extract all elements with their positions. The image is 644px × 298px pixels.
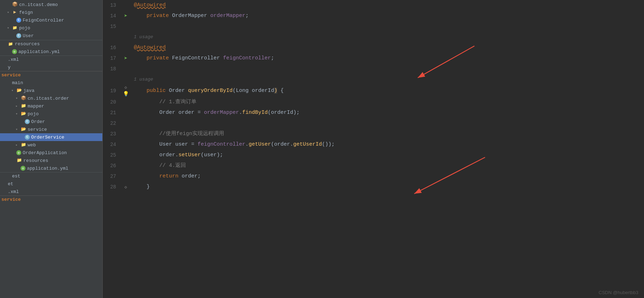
sidebar-item-xml2[interactable]: .xml — [0, 188, 102, 195]
line-gutter: ◇ — [120, 185, 131, 190]
sidebar-item-web[interactable]: 📁 web — [0, 141, 102, 149]
sidebar-item-service-label: service — [0, 71, 102, 79]
line-gutter: ➤ — [120, 12, 131, 19]
line-code: Order order = orderMapper.findById(order… — [131, 107, 644, 118]
sidebar-item-label: feign — [19, 10, 33, 15]
sidebar-item-label: main — [12, 80, 23, 86]
spring-icon: ⚙ — [21, 166, 25, 171]
line-code: } — [131, 182, 644, 192]
code-line-17: 17 ➤ private FeignController feignContro… — [103, 53, 644, 64]
line-number: 16 — [103, 42, 120, 53]
arrow-icon — [16, 104, 21, 108]
sidebar-item-orderservice[interactable]: C OrderService — [0, 133, 102, 141]
sidebar-item-label: application.yml — [27, 166, 68, 171]
gutter-arrow-icon: ➤ — [124, 55, 127, 62]
sidebar-item-resources2[interactable]: 📁 resources — [0, 157, 102, 164]
sidebar-item-label: resources — [15, 41, 40, 47]
code-line-26: 26 // 4.返回 — [103, 160, 644, 171]
sidebar-item-label: pojo — [19, 25, 30, 31]
sidebar-item-main[interactable]: main — [0, 79, 102, 87]
folder-icon: 📁 — [21, 142, 26, 148]
code-line-15: 15 — [103, 21, 644, 32]
line-code — [131, 64, 644, 74]
code-line-21: 21 Order order = orderMapper.findById(or… — [103, 107, 644, 118]
code-line-28: 28 ◇ } — [103, 182, 644, 192]
sidebar-item-label: .xml — [8, 189, 19, 194]
line-code — [131, 118, 644, 129]
line-code: public Order queryOrderById(Long orderId… — [131, 86, 644, 96]
code-line-13: 13 @Autowired — [103, 0, 644, 11]
usage-hint-1: 1 usage — [103, 32, 644, 42]
sidebar-item-cn-itcast-demo[interactable]: 📦 cn.itcast.demo — [0, 1, 102, 8]
package-icon: 📦 — [21, 95, 26, 101]
spring-icon: ⚙ — [12, 49, 17, 54]
sidebar-item-cn-itcast-order[interactable]: 📦 cn.itcast.order — [0, 94, 102, 102]
line-number: 14 — [103, 11, 120, 21]
folder-icon: 📁 — [16, 158, 22, 163]
arrow-icon — [7, 26, 12, 30]
sidebar-item-service2[interactable]: 📂 service — [0, 125, 102, 133]
sidebar-item-order[interactable]: C Order — [0, 118, 102, 125]
bookmark-icon: ◇ — [124, 85, 127, 90]
folder-icon: 📁 — [12, 25, 18, 31]
sidebar-item-label: est — [12, 174, 20, 179]
sidebar-item-feigncontroller[interactable]: C FeignController — [0, 16, 102, 24]
spring-icon: ⚙ — [16, 150, 21, 155]
sidebar-item-application-yml2[interactable]: ⚙ application.yml — [0, 164, 102, 172]
sidebar-item-est[interactable]: est — [0, 172, 102, 180]
line-number: 13 — [103, 0, 120, 11]
sidebar-item-label: mapper — [28, 104, 44, 109]
line-number: 26 — [103, 160, 120, 171]
sidebar-item-feign[interactable]: ▶ feign — [0, 8, 102, 16]
arrow-icon — [7, 10, 12, 14]
line-code: private OrderMapper orderMapper; — [131, 11, 644, 21]
code-line-25: 25 order.setUser(user); — [103, 150, 644, 160]
line-gutter: ◇ 💡 — [120, 85, 131, 97]
sidebar-item-pojo[interactable]: 📁 pojo — [0, 24, 102, 32]
sidebar-item-et2[interactable]: et — [0, 180, 102, 188]
sidebar-item-application-yml1[interactable]: ⚙ application.yml — [0, 48, 102, 55]
class-icon: C — [16, 33, 21, 38]
code-line-20: 20 // 1.查询订单 — [103, 97, 644, 107]
gutter-arrow-icon: ➤ — [124, 12, 127, 19]
sidebar-item-label: OrderService — [31, 135, 64, 140]
arrow-icon — [16, 96, 21, 100]
arrow-icon — [11, 88, 16, 93]
arrow-icon — [16, 112, 21, 116]
code-line-22: 22 — [103, 118, 644, 129]
line-code: // 4.返回 — [131, 160, 644, 171]
line-code: private FeignController feignController; — [131, 53, 644, 64]
arrow-icon — [16, 143, 21, 147]
warning-icon: 💡 — [123, 91, 129, 97]
sidebar-item-orderapplication[interactable]: ⚙ OrderApplication — [0, 149, 102, 157]
line-number: 23 — [103, 129, 120, 139]
usage-text: 1 usage — [131, 32, 644, 42]
class-icon: C — [25, 119, 30, 124]
line-number: 24 — [103, 139, 120, 150]
folder-icon: 📁 — [8, 41, 13, 47]
usage-text: 1 usage — [131, 74, 644, 85]
line-code: order.setUser(user); — [131, 150, 644, 160]
sidebar-item-pojo2[interactable]: 📂 pojo — [0, 110, 102, 118]
sidebar-item-y1[interactable]: y — [0, 63, 102, 71]
line-code: User user = feignController.getUser(orde… — [131, 139, 644, 150]
package-icon: 📦 — [12, 2, 18, 7]
sidebar-item-user[interactable]: C User — [0, 32, 102, 40]
sidebar-item-label: et — [8, 181, 13, 187]
sidebar-item-label: java — [23, 88, 34, 93]
sidebar-item-java[interactable]: 📂 java — [0, 87, 102, 94]
sidebar-item-et1[interactable]: .xml — [0, 55, 102, 63]
sidebar-item-service3: service — [0, 195, 102, 203]
folder-icon: 📂 — [21, 127, 26, 132]
sidebar-item-label: web — [28, 142, 36, 148]
sidebar-item-mapper[interactable]: 📁 mapper — [0, 102, 102, 110]
code-lines: 13 @Autowired 14 ➤ private OrderMapper o… — [103, 0, 644, 192]
sidebar-item-label: cn.itcast.demo — [19, 2, 58, 7]
sidebar-item-resources1[interactable]: 📁 resources — [0, 40, 102, 48]
code-line-18: 18 — [103, 64, 644, 74]
usage-hint-2: 1 usage — [103, 74, 644, 85]
class-icon: C — [16, 18, 21, 23]
sidebar-item-label: .xml — [8, 57, 19, 62]
line-number: 17 — [103, 53, 120, 64]
code-line-24: 24 User user = feignController.getUser(o… — [103, 139, 644, 150]
